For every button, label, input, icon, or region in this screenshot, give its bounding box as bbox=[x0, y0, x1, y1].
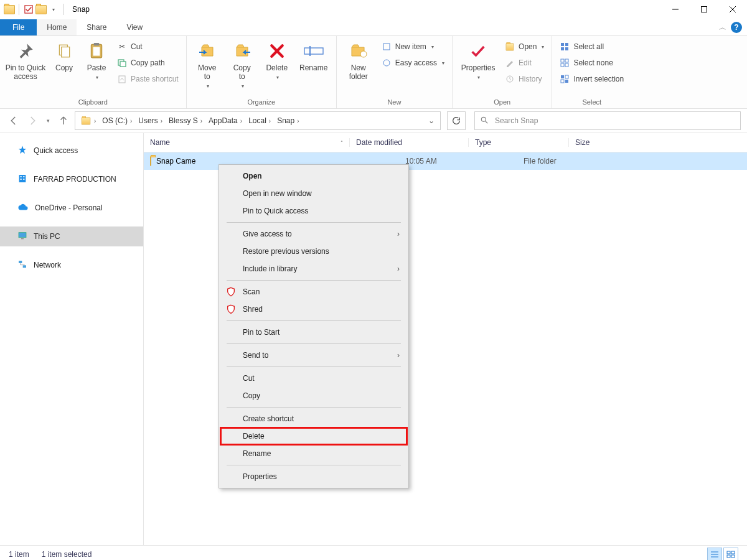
properties-button[interactable]: Properties▾ bbox=[458, 39, 499, 80]
edit-button[interactable]: Edit bbox=[502, 56, 547, 70]
ctx-restore-versions[interactable]: Restore previous versions bbox=[220, 243, 407, 260]
ctx-copy[interactable]: Copy bbox=[220, 387, 407, 404]
ctx-give-access[interactable]: Give access to› bbox=[220, 225, 407, 243]
svg-rect-22 bbox=[565, 47, 568, 50]
ctx-shred-label: Shred bbox=[243, 305, 263, 314]
ctx-open-new-window[interactable]: Open in new window bbox=[220, 185, 407, 202]
ctx-sep bbox=[227, 280, 401, 281]
tab-file[interactable]: File bbox=[0, 19, 37, 35]
search-input[interactable] bbox=[494, 116, 735, 126]
breadcrumb-seg-1[interactable]: Users› bbox=[136, 112, 165, 129]
back-button[interactable] bbox=[6, 113, 21, 128]
move-to-button[interactable]: Move to▾ bbox=[192, 39, 223, 89]
ctx-scan[interactable]: Scan bbox=[220, 283, 407, 301]
thumbnails-view-button[interactable] bbox=[723, 548, 738, 560]
svg-rect-45 bbox=[727, 551, 730, 554]
ctx-rename[interactable]: Rename bbox=[220, 445, 407, 462]
sidebar-quick-access-label: Quick access bbox=[34, 146, 78, 155]
close-button[interactable] bbox=[718, 0, 747, 19]
column-name[interactable]: Name˄ bbox=[144, 138, 349, 147]
recent-locations-button[interactable]: ▾ bbox=[44, 113, 52, 128]
svg-rect-46 bbox=[731, 551, 735, 554]
paste-shortcut-button[interactable]: Paste shortcut bbox=[115, 72, 181, 86]
group-organize-label: Organize bbox=[192, 98, 331, 107]
history-button[interactable]: History bbox=[502, 72, 547, 86]
copy-to-button[interactable]: Copy to▾ bbox=[227, 39, 258, 89]
new-item-button[interactable]: New item▾ bbox=[379, 40, 447, 54]
group-new: New folder New item▾ Easy access▾ New bbox=[337, 36, 453, 108]
ctx-pin-start[interactable]: Pin to Start bbox=[220, 324, 407, 341]
invert-selection-button[interactable]: Invert selection bbox=[557, 72, 626, 86]
breadcrumb-seg-4[interactable]: Local› bbox=[246, 112, 273, 129]
easy-access-button[interactable]: Easy access▾ bbox=[379, 56, 447, 70]
open-button[interactable]: Open▾ bbox=[502, 40, 547, 54]
select-none-button[interactable]: Select none bbox=[557, 56, 626, 70]
address-dropdown-icon[interactable]: ⌄ bbox=[425, 116, 438, 125]
column-date[interactable]: Date modified bbox=[349, 138, 468, 147]
minimize-button[interactable] bbox=[661, 0, 690, 19]
forward-button[interactable] bbox=[25, 113, 40, 128]
copy-path-label: Copy path bbox=[131, 58, 165, 67]
copy-button[interactable]: Copy bbox=[50, 39, 78, 72]
paste-button[interactable]: Paste ▾ bbox=[82, 39, 111, 80]
context-menu: Open Open in new window Pin to Quick acc… bbox=[218, 164, 409, 488]
details-view-button[interactable] bbox=[707, 548, 722, 560]
breadcrumb-root-icon[interactable]: › bbox=[78, 112, 98, 129]
qat-folder-icon[interactable] bbox=[35, 4, 47, 15]
ctx-copy-label: Copy bbox=[243, 391, 260, 400]
ctx-sep bbox=[227, 465, 401, 465]
svg-point-17 bbox=[383, 60, 390, 66]
select-none-label: Select none bbox=[573, 58, 613, 67]
breadcrumb-seg-5[interactable]: Snap› bbox=[275, 112, 301, 129]
pin-quick-access-button[interactable]: Pin to Quick access bbox=[5, 39, 46, 81]
svg-rect-25 bbox=[561, 63, 564, 67]
tab-share[interactable]: Share bbox=[77, 19, 116, 35]
breadcrumb-seg-0[interactable]: OS (C:)› bbox=[100, 112, 134, 129]
search-icon bbox=[480, 116, 489, 126]
sidebar-network[interactable]: Network bbox=[0, 255, 143, 275]
breadcrumb-seg-2[interactable]: Blessy S› bbox=[166, 112, 205, 129]
ctx-create-shortcut[interactable]: Create shortcut bbox=[220, 410, 407, 427]
ctx-cut[interactable]: Cut bbox=[220, 370, 407, 387]
breadcrumb-seg-3[interactable]: AppData› bbox=[206, 112, 245, 129]
refresh-button[interactable] bbox=[447, 111, 466, 130]
invert-label: Invert selection bbox=[573, 75, 624, 83]
ctx-delete[interactable]: Delete bbox=[220, 427, 407, 445]
ctx-send-to[interactable]: Send to› bbox=[220, 347, 407, 364]
ctx-open[interactable]: Open bbox=[220, 167, 407, 185]
sidebar-onedrive[interactable]: OneDrive - Personal bbox=[0, 198, 143, 218]
ctx-include-lib-label: Include in library bbox=[243, 264, 297, 273]
sidebar-this-pc-label: This PC bbox=[34, 232, 60, 241]
new-folder-button[interactable]: New folder bbox=[342, 39, 375, 81]
ribbon: Pin to Quick access Copy Paste ▾ ✂Cut Co… bbox=[0, 36, 747, 109]
column-type[interactable]: Type bbox=[468, 138, 568, 147]
sidebar-farrad[interactable]: FARRAD PRODUCTION bbox=[0, 169, 143, 189]
sidebar-quick-access[interactable]: Quick access bbox=[0, 141, 143, 161]
ctx-shred[interactable]: Shred bbox=[220, 301, 407, 318]
search-box[interactable] bbox=[474, 111, 741, 130]
up-button[interactable] bbox=[56, 113, 71, 128]
ctx-pin-quick-access[interactable]: Pin to Quick access bbox=[220, 202, 407, 220]
tab-view[interactable]: View bbox=[116, 19, 153, 35]
collapse-ribbon-icon[interactable]: ︿ bbox=[715, 19, 731, 35]
address-bar[interactable]: › OS (C:)› Users› Blessy S› AppData› Loc… bbox=[75, 111, 441, 130]
tab-home[interactable]: Home bbox=[37, 19, 77, 35]
ctx-include-library[interactable]: Include in library› bbox=[220, 260, 407, 278]
select-all-button[interactable]: Select all bbox=[557, 40, 626, 54]
svg-rect-19 bbox=[561, 43, 564, 46]
delete-label: Delete bbox=[266, 63, 288, 72]
qat-properties-icon[interactable] bbox=[23, 4, 34, 15]
new-item-label: New item bbox=[395, 42, 426, 51]
svg-rect-27 bbox=[561, 75, 564, 78]
qat-dropdown-icon[interactable]: ▾ bbox=[48, 4, 59, 15]
maximize-button[interactable] bbox=[690, 0, 718, 19]
rename-button[interactable]: Rename bbox=[296, 39, 331, 72]
cut-button[interactable]: ✂Cut bbox=[115, 40, 181, 54]
ctx-properties[interactable]: Properties bbox=[220, 468, 407, 485]
sidebar-this-pc[interactable]: This PC bbox=[0, 226, 143, 246]
help-icon[interactable]: ? bbox=[731, 22, 742, 33]
delete-button[interactable]: Delete▾ bbox=[261, 39, 293, 80]
status-selected-count: 1 item selected bbox=[42, 550, 92, 559]
column-size[interactable]: Size bbox=[568, 138, 637, 147]
copy-path-button[interactable]: Copy path bbox=[115, 56, 181, 70]
